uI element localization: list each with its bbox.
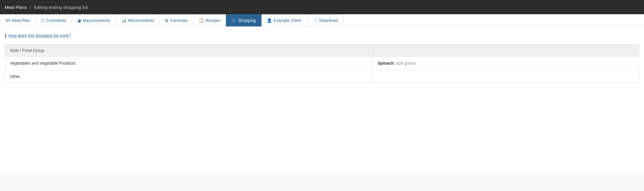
breadcrumb-separator: /: [30, 5, 31, 10]
example-client-icon: 👤: [267, 18, 272, 23]
download-icon: 📄: [313, 18, 318, 23]
breadcrumb-bar: Meal Plans / Editing testing shopping li…: [0, 0, 644, 14]
items-vegetables: Spinach, 428 grams: [373, 57, 639, 70]
tab-macronutrients[interactable]: ◕ Macronutrients: [72, 14, 116, 26]
items-other: [373, 70, 639, 83]
info-icon: ℹ: [5, 33, 7, 38]
item-separator: ,: [394, 61, 396, 66]
item-amount-spinach: 428 grams: [396, 61, 416, 66]
table-row: Vegetables and Vegetable Products Spinac…: [5, 57, 639, 70]
tab-example-client[interactable]: 👤 Example Client: [262, 14, 307, 26]
macronutrients-icon: ◕: [77, 18, 81, 23]
aisle-other: Other: [5, 70, 373, 83]
tab-download[interactable]: 📄 Download: [307, 14, 343, 26]
shopping-table: Aisle / Food Group Vegetables and Vegeta…: [5, 44, 639, 83]
tab-recipes-label: Recipes: [205, 18, 221, 23]
tab-meal-plan-label: Meal Plan: [12, 18, 30, 23]
tab-shopping[interactable]: 🛒 Shopping: [226, 14, 261, 26]
meal-plan-icon: 🍽: [6, 18, 10, 23]
tab-macronutrients-label: Macronutrients: [83, 18, 110, 23]
recipes-icon: 📋: [199, 18, 204, 23]
tab-shopping-label: Shopping: [238, 18, 256, 23]
tab-comments[interactable]: ◻ Comments: [36, 14, 72, 26]
help-link-label: How does this shopping list work?: [8, 33, 71, 38]
aisle-vegetables: Vegetables and Vegetable Products: [5, 57, 373, 70]
comments-icon: ◻: [41, 18, 44, 23]
tab-micronutrients[interactable]: 📊 Micronutrients: [116, 14, 160, 26]
tabs-bar: 🍽 Meal Plan ◻ Comments ◕ Macronutrients …: [0, 14, 644, 27]
tab-meal-plan[interactable]: 🍽 Meal Plan: [0, 14, 36, 26]
help-link[interactable]: ℹ How does this shopping list work?: [5, 33, 71, 38]
item-name-spinach: Spinach: [378, 61, 394, 66]
tab-example-client-label: Example Client: [274, 18, 302, 23]
table-header-aisle: Aisle / Food Group: [5, 44, 373, 57]
main-content: ℹ How does this shopping list work? Aisl…: [0, 27, 644, 175]
table-row: Other: [5, 70, 639, 83]
table-header-items: [373, 44, 639, 57]
formulas-icon: ⊞: [165, 18, 168, 23]
tab-formulas[interactable]: ⊞ Formulas: [160, 14, 193, 26]
tab-recipes[interactable]: 📋 Recipes: [193, 14, 226, 26]
tab-comments-label: Comments: [46, 18, 66, 23]
micronutrients-icon: 📊: [121, 18, 126, 23]
shopping-icon: 🛒: [231, 18, 236, 23]
breadcrumb-current: Editing testing shopping list: [34, 5, 88, 10]
tab-formulas-label: Formulas: [170, 18, 187, 23]
tab-micronutrients-label: Micronutrients: [128, 18, 154, 23]
breadcrumb-parent-link[interactable]: Meal Plans: [5, 5, 27, 10]
tab-download-label: Download: [319, 18, 338, 23]
